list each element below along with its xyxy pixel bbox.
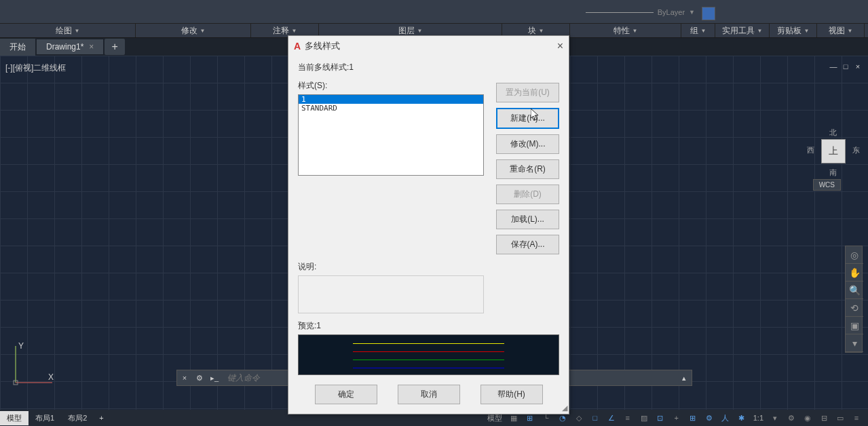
- quick-properties-icon[interactable]: ⊞: [685, 411, 700, 425]
- list-item[interactable]: 1: [299, 95, 483, 104]
- add-layout-button[interactable]: +: [94, 412, 109, 424]
- app-icon: A: [294, 41, 301, 52]
- ok-button[interactable]: 确定: [315, 385, 377, 404]
- modify-button[interactable]: 修改(M)...: [496, 134, 559, 154]
- orbit-icon[interactable]: ⟲: [846, 299, 863, 317]
- customize-icon[interactable]: ≡: [849, 411, 864, 425]
- cmd-close-icon[interactable]: ×: [177, 370, 192, 385]
- transparency-icon[interactable]: ▨: [637, 411, 652, 425]
- new-button[interactable]: 新建(N)...: [496, 108, 559, 129]
- lineweight-icon[interactable]: ≡: [620, 411, 635, 425]
- dialog-titlebar: A 多线样式 ×: [288, 36, 569, 56]
- clean-screen-icon[interactable]: ▭: [833, 411, 848, 425]
- workspace-icon[interactable]: ⚙: [702, 411, 717, 425]
- panel-utilities[interactable]: 实用工具▼: [715, 24, 770, 37]
- panel-group[interactable]: 组▼: [681, 24, 715, 37]
- styles-listbox[interactable]: 1 STANDARD: [298, 94, 484, 176]
- pan-icon[interactable]: ✋: [846, 264, 863, 282]
- osnap-icon[interactable]: □: [588, 411, 603, 425]
- tab-start[interactable]: 开始: [0, 39, 35, 56]
- close-icon[interactable]: ×: [853, 62, 863, 72]
- status-tab-model[interactable]: 模型: [0, 411, 29, 425]
- current-style-label: 当前多线样式:1: [298, 62, 559, 73]
- cancel-button[interactable]: 取消: [398, 385, 460, 404]
- preview-label: 预览:1: [298, 320, 559, 332]
- tab-drawing1[interactable]: Drawing1* ×: [37, 39, 103, 54]
- scale-dropdown-icon[interactable]: ▾: [768, 411, 782, 425]
- isolate-icon[interactable]: ⊟: [816, 411, 831, 425]
- color-picker-icon[interactable]: [702, 7, 715, 20]
- hardware-accel-icon[interactable]: ◉: [800, 411, 815, 425]
- panel-properties[interactable]: 特性▼: [570, 24, 681, 37]
- cursor-icon: [531, 109, 542, 122]
- dialog-close-button[interactable]: ×: [557, 40, 563, 52]
- styles-label: 样式(S):: [298, 80, 484, 92]
- viewport-label[interactable]: [-][俯视]二维线框: [5, 62, 66, 74]
- list-item[interactable]: STANDARD: [299, 104, 483, 113]
- nav-dropdown-icon[interactable]: ▾: [846, 334, 863, 352]
- scale-value[interactable]: 1:1: [751, 414, 766, 422]
- description-box: [298, 275, 484, 313]
- load-button[interactable]: 加载(L)...: [496, 210, 559, 229]
- ucs-icon: Y X: [10, 342, 58, 389]
- set-current-button[interactable]: 置为当前(U): [496, 83, 559, 102]
- resize-grip-icon[interactable]: ◢: [562, 404, 567, 412]
- save-button[interactable]: 保存(A)...: [496, 235, 559, 254]
- view-cube[interactable]: 北 南 西 东 上: [812, 130, 854, 172]
- close-icon[interactable]: ×: [89, 42, 94, 52]
- navigation-bar: ◎ ✋ 🔍 ⟲ ▣ ▾: [845, 246, 863, 353]
- panel-view[interactable]: 视图▼: [817, 24, 865, 37]
- dialog-title-text: 多线样式: [305, 40, 340, 52]
- ribbon-top: ByLayer ▼: [0, 0, 868, 24]
- panel-draw[interactable]: 绘图▼: [0, 24, 136, 37]
- ucs-x-label: X: [48, 372, 54, 382]
- panel-clipboard[interactable]: 剪贴板▼: [770, 24, 817, 37]
- status-tab-layout2[interactable]: 布局2: [61, 411, 94, 425]
- preview-box: [298, 334, 559, 375]
- wcs-dropdown[interactable]: WCS: [813, 179, 841, 191]
- workspace-switching-icon[interactable]: ⚙: [784, 411, 799, 425]
- ucs-y-label: Y: [18, 342, 24, 351]
- panel-modify[interactable]: 修改▼: [136, 24, 251, 37]
- cmd-history-icon[interactable]: ▴: [677, 370, 692, 385]
- cmd-prompt-icon: ▸_: [207, 370, 222, 385]
- rename-button[interactable]: 重命名(R): [496, 159, 559, 179]
- description-label: 说明:: [298, 261, 559, 273]
- maximize-icon[interactable]: □: [841, 62, 850, 72]
- multiline-style-dialog: A 多线样式 × 当前多线样式:1 样式(S): 1 STANDARD 置为当前…: [288, 35, 569, 414]
- annotation-visibility-icon[interactable]: ✱: [734, 411, 749, 425]
- annotation-monitor-icon[interactable]: +: [669, 411, 684, 425]
- isodraft-icon[interactable]: ◇: [571, 411, 586, 425]
- help-button[interactable]: 帮助(H): [480, 385, 543, 404]
- new-tab-button[interactable]: +: [105, 39, 124, 55]
- annotation-scale-icon[interactable]: 人: [718, 411, 733, 425]
- status-tab-layout1[interactable]: 布局1: [29, 411, 61, 425]
- minimize-icon[interactable]: —: [829, 62, 838, 72]
- showmotion-icon[interactable]: ▣: [846, 317, 863, 334]
- viewport-window-controls: — □ ×: [829, 62, 863, 72]
- cmd-customize-icon[interactable]: ⚙: [192, 370, 207, 385]
- bylayer-selector[interactable]: ByLayer ▼: [586, 8, 695, 16]
- viewcube-top[interactable]: 上: [821, 139, 846, 163]
- zoom-icon[interactable]: 🔍: [846, 282, 863, 299]
- delete-button[interactable]: 删除(D): [496, 185, 559, 204]
- full-nav-wheel-icon[interactable]: ◎: [846, 246, 863, 264]
- otrack-icon[interactable]: ∠: [604, 411, 619, 425]
- cycling-icon[interactable]: ⊡: [653, 411, 668, 425]
